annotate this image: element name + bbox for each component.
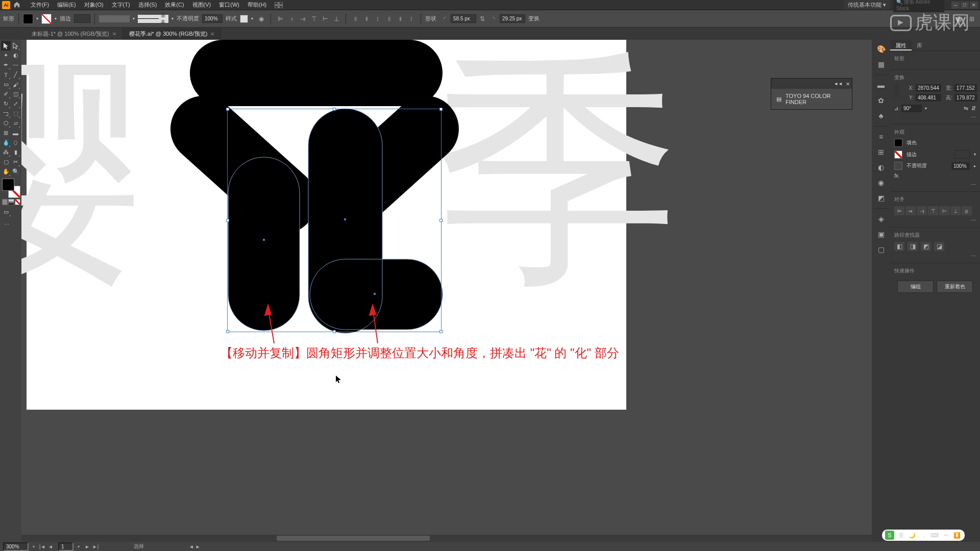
pen-tool[interactable]: ✒ [1,60,11,70]
artboard-tool[interactable]: ▢ [1,157,11,167]
asset-export-icon[interactable]: ▣ [875,228,887,240]
selection-tool[interactable] [1,41,11,51]
brushes-panel-icon[interactable]: ▬ [875,79,887,91]
tab-libraries[interactable]: 库 [912,40,927,51]
opacity-swatch[interactable] [894,162,902,170]
first-artboard-icon[interactable]: |◄ [39,543,46,550]
menu-view[interactable]: 视图(V) [188,0,215,10]
symbol-sprayer-tool[interactable]: ⁂ [1,147,11,157]
blend-tool[interactable]: ⬯ [11,138,20,147]
workspace-selector[interactable]: 传统基本功能 ▾ [844,0,890,10]
align-icon[interactable]: ⫼ [962,206,972,215]
slice-tool[interactable]: ✂ [11,157,20,167]
eyedropper-tool[interactable]: 💧 [1,138,11,147]
hand-tool[interactable]: ✋ [1,167,11,177]
dist-4-icon[interactable]: ⫴ [384,14,394,24]
line-tool[interactable]: ╱ [11,70,20,80]
symbols-panel-icon[interactable]: ✿ [875,94,887,107]
color-mode-color[interactable] [2,199,8,205]
zoom-level[interactable] [3,542,29,551]
swatches-panel-icon[interactable]: ▦ [875,58,887,70]
menu-edit[interactable]: 编辑(E) [53,0,80,10]
recolor-icon[interactable]: ◉ [256,14,266,24]
graphic-styles-icon[interactable]: ◩ [875,192,887,204]
canvas-area[interactable]: 樱 季 [21,40,872,542]
close-icon[interactable]: ✕ [112,31,116,37]
graph-tool[interactable]: ▮ [11,147,20,157]
artboard-number[interactable] [58,542,74,551]
menu-file[interactable]: 文件(F) [27,0,53,10]
corner2-icon[interactable]: ◝ [488,14,499,24]
menu-object[interactable]: 对象(O) [80,0,108,10]
color-finder-panel[interactable]: ◄◄✕ ▤TOYO 94 COLOR FINDER [771,78,852,110]
align-icon[interactable]: ⊢ [939,206,949,215]
prev-artboard-icon[interactable]: ◄ [47,543,54,550]
nav-arrows[interactable]: ◄ ► [189,544,201,549]
dist-1-icon[interactable]: ⫴ [350,14,360,24]
stroke-swatch-small[interactable] [894,151,902,159]
color-mode-gradient[interactable] [8,199,14,205]
shape-builder-tool[interactable]: ⬡ [1,118,11,128]
direct-selection-tool[interactable] [11,41,20,51]
window-maximize[interactable]: □ [961,2,969,9]
dist-5-icon[interactable]: ⫵ [395,14,405,24]
scale-tool[interactable]: ⤢ [11,99,20,109]
opacity-value[interactable]: 100% [951,162,970,170]
color-panel-icon[interactable]: 🎨 [875,43,887,55]
layers-panel-icon[interactable]: ◈ [875,213,887,225]
lasso-tool[interactable]: ◐ [11,51,20,60]
align-center-v-icon[interactable]: ⊢ [320,14,330,24]
menu-type[interactable]: 文字(T) [108,0,134,10]
unite-icon[interactable]: ◧ [894,242,904,251]
exclude-icon[interactable]: ◪ [934,242,944,251]
zoom-tool[interactable]: 🔍 [11,167,20,177]
grid-panel-icon[interactable]: ⊞ [875,146,887,158]
corner-radius-input[interactable] [451,14,476,23]
align-icon[interactable]: ⊨ [894,206,904,215]
tab-sakura[interactable]: 樱花季.ai* @ 300% (RGB/预览)✕ [123,28,222,40]
more-options-icon[interactable]: ⋯ [894,253,976,259]
type-tool[interactable]: T [1,70,11,80]
menu-panel-icon[interactable]: ≡ [875,131,887,143]
opacity-input[interactable] [202,14,223,23]
perspective-tool[interactable]: ▱ [11,118,20,128]
group-button[interactable]: 编组 [897,281,934,293]
shaper-tool[interactable]: ✐ [1,89,11,99]
menu-help[interactable]: 帮助(H) [243,0,271,10]
window-minimize[interactable]: ─ [951,2,960,9]
stroke-swatch[interactable] [41,14,52,24]
artboards-panel-icon[interactable]: ▢ [875,243,887,256]
w-value[interactable]: 177.152 [954,84,977,92]
next-artboard-icon[interactable]: ► [84,543,91,550]
minus-front-icon[interactable]: ◨ [908,242,918,251]
curvature-tool[interactable]: 〰 [11,60,20,70]
corner-radius2-input[interactable] [500,14,525,23]
flip-h-icon[interactable]: ⇋ [964,105,968,112]
color-mode-none[interactable] [15,199,20,205]
align-icon[interactable]: ⫣ [917,206,927,215]
menu-effect[interactable]: 效果(C) [161,0,188,10]
stroke-weight-input[interactable] [74,14,90,23]
recolor-button[interactable]: 重新着色 [937,281,973,293]
stroke-panel-icon[interactable]: ♣ [875,110,887,122]
fx-label[interactable]: fx. [894,173,900,179]
arrange-icon[interactable] [274,0,284,10]
fill-stroke-swatches[interactable] [2,179,21,198]
last-artboard-icon[interactable]: ►| [92,543,99,550]
window-close[interactable]: ✕ [970,2,978,9]
magic-wand-tool[interactable]: ✦ [1,51,11,60]
align-bottom-icon[interactable]: ⊥ [331,14,341,24]
stroke-weight-small[interactable] [954,150,970,159]
tab-untitled[interactable]: 未标题-1* @ 100% (RGB/预览)✕ [26,28,123,40]
screen-mode[interactable]: ▭ [1,207,11,217]
dist-2-icon[interactable]: ⫵ [361,14,372,24]
fill-swatch[interactable] [23,14,33,24]
rotate-tool[interactable]: ↻ [1,99,11,109]
home-icon[interactable] [13,1,21,9]
close-icon[interactable]: ✕ [210,31,214,37]
appearance-panel-icon[interactable]: ◉ [875,177,887,189]
brush-def[interactable]: 基本 [138,15,168,23]
var-width-profile[interactable] [99,15,130,22]
more-options-icon[interactable]: ⋯ [894,217,976,223]
dist-6-icon[interactable]: ⫶ [406,14,416,24]
